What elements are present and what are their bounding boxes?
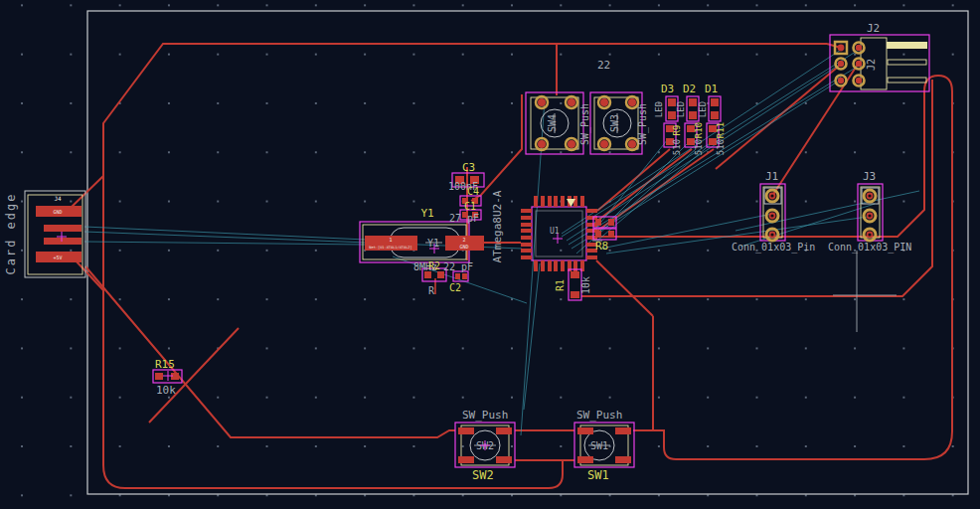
u1-pad[interactable]: [554, 196, 558, 207]
r15-pad[interactable]: [155, 373, 163, 380]
d2-pad[interactable]: [689, 98, 697, 106]
sw3-pad-center[interactable]: [628, 98, 636, 106]
u1-pad[interactable]: [521, 229, 532, 233]
sw1-pad[interactable]: [577, 427, 593, 434]
sw3-pad-center[interactable]: [600, 140, 608, 148]
j2-pad-center[interactable]: [856, 45, 862, 51]
j2-pad-center[interactable]: [856, 78, 862, 84]
j1-hole: [770, 214, 773, 217]
r8-pad[interactable]: [595, 231, 601, 238]
footprint-r11[interactable]: R11 510: [707, 122, 726, 155]
r1-pad[interactable]: [571, 271, 579, 278]
card-edge-pad[interactable]: [44, 238, 82, 245]
card-edge-pad[interactable]: [44, 225, 82, 232]
sw2-value: SW_Push: [462, 409, 508, 422]
sw1-ref: SW1: [587, 468, 609, 482]
trace-segment[interactable]: [75, 259, 103, 290]
d1-pad[interactable]: [711, 98, 719, 106]
u1-pad[interactable]: [534, 196, 538, 207]
u1-pad[interactable]: [541, 196, 545, 207]
u1-pad[interactable]: [580, 196, 584, 207]
sw1-pad[interactable]: [615, 427, 631, 434]
j2-pad-center[interactable]: [838, 61, 844, 67]
r8-pad[interactable]: [595, 219, 601, 226]
u1-pad[interactable]: [554, 260, 558, 271]
footprint-j1[interactable]: J1 Conn_01x03_Pin: [732, 170, 815, 254]
trace-segment[interactable]: [471, 94, 522, 201]
u1-pad[interactable]: [521, 243, 532, 247]
u1-pad[interactable]: [548, 196, 552, 207]
u1-pad[interactable]: [541, 260, 545, 271]
u1-pad[interactable]: [586, 209, 597, 213]
trace-segment[interactable]: [597, 76, 952, 459]
sw2-pad[interactable]: [496, 456, 512, 463]
j2-inner-label: J2: [866, 59, 877, 71]
r2-pad[interactable]: [437, 271, 444, 278]
u1-pad[interactable]: [573, 196, 577, 207]
u1-pad[interactable]: [561, 196, 565, 207]
d2-pad[interactable]: [689, 111, 697, 119]
sw4-pad-center[interactable]: [538, 98, 546, 106]
r1-value: 10k: [580, 276, 591, 294]
sw4-pad-center[interactable]: [538, 140, 546, 148]
j2-pad-center[interactable]: [856, 61, 862, 67]
c2-pad[interactable]: [455, 273, 460, 279]
sw1-pad[interactable]: [615, 456, 631, 463]
trace-segment[interactable]: [597, 149, 692, 221]
u1-pad[interactable]: [521, 209, 532, 213]
sw4-pad-center[interactable]: [568, 98, 575, 106]
sw2-pad[interactable]: [458, 456, 474, 463]
j2-pad1-hole[interactable]: [838, 45, 845, 52]
u1-pad[interactable]: [521, 223, 532, 227]
footprint-sw3[interactable]: SW3 SW_Push: [590, 92, 649, 154]
footprint-r9[interactable]: R9 510: [664, 123, 682, 155]
trace-segment[interactable]: [85, 266, 455, 437]
cursor-crosshair: [833, 251, 897, 332]
footprint-sw2[interactable]: SW2 SW_Push SW2: [455, 409, 515, 482]
j3-hole: [868, 233, 871, 236]
u1-pad[interactable]: [521, 249, 532, 253]
pcb-canvas[interactable]: GND +5V J4 Card edge 1 Net-[U1-XTAL1/XTA…: [0, 0, 980, 509]
u1-pad[interactable]: [548, 260, 552, 271]
copper-traces[interactable]: [70, 44, 952, 488]
u1-pad[interactable]: [521, 236, 532, 240]
footprint-r15[interactable]: R15 10k: [153, 358, 182, 397]
c2-pad[interactable]: [462, 273, 467, 279]
footprint-j3[interactable]: J3 Conn_01x03_PIN: [828, 170, 911, 254]
sw2-pad[interactable]: [496, 427, 512, 434]
d3-pad[interactable]: [668, 111, 676, 119]
footprint-d2[interactable]: D2 LED: [676, 83, 699, 121]
trace-segment[interactable]: [596, 260, 653, 316]
trace-segment[interactable]: [103, 44, 827, 465]
sw3-pad-center[interactable]: [600, 98, 608, 106]
footprint-r2[interactable]: 8MHz R2 R: [413, 260, 446, 296]
sw3-pad-center[interactable]: [628, 140, 636, 148]
r1-pad[interactable]: [571, 291, 579, 298]
u1-pad[interactable]: [521, 255, 532, 259]
u1-pad[interactable]: [586, 255, 597, 259]
footprint-c1[interactable]: C1 27 pF: [449, 201, 481, 224]
sw2-pad[interactable]: [458, 427, 474, 434]
footprint-c2[interactable]: 22 pF C2: [443, 261, 473, 293]
r8-pad[interactable]: [608, 231, 614, 238]
d3-ref: D3: [661, 83, 674, 95]
d3-pad[interactable]: [668, 98, 676, 106]
u1-pad[interactable]: [534, 260, 538, 271]
footprint-j2[interactable]: J2 J2: [830, 22, 929, 91]
j2-pad-center[interactable]: [838, 78, 844, 84]
sw1-pad[interactable]: [577, 456, 593, 463]
sw4-pad-center[interactable]: [568, 140, 575, 148]
r8-pad[interactable]: [608, 219, 614, 226]
u1-pad[interactable]: [561, 260, 565, 271]
trace-segment[interactable]: [103, 460, 563, 488]
footprint-d1[interactable]: D1 LED: [698, 83, 721, 121]
d1-pad[interactable]: [711, 111, 719, 119]
footprint-sw1[interactable]: SW1 SW_Push SW1: [574, 409, 634, 482]
trace-segment[interactable]: [597, 149, 670, 211]
trace-segment[interactable]: [70, 176, 103, 209]
u1-pad[interactable]: [521, 216, 532, 220]
footprint-d3[interactable]: D3 LED: [654, 83, 678, 121]
r2-pad[interactable]: [424, 271, 431, 278]
sw4-value: SW_Push: [579, 103, 591, 145]
footprint-sw4[interactable]: SW4 SW_Push: [526, 92, 591, 154]
